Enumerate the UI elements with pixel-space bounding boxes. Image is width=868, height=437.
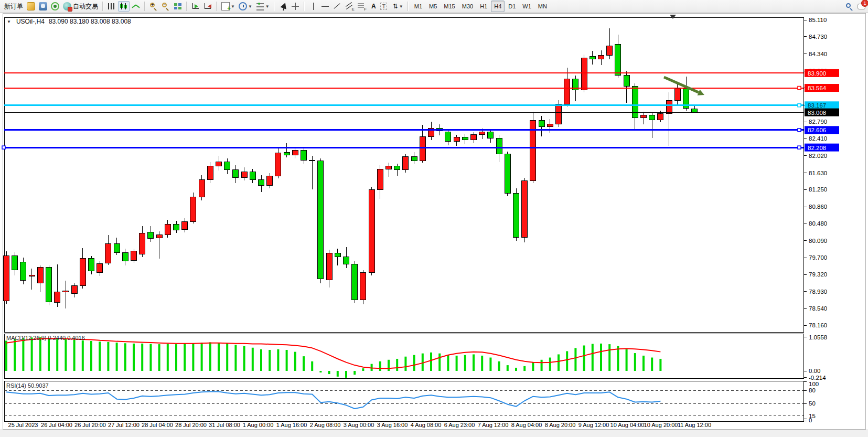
candle-up [37,268,43,283]
candle-down [318,161,324,279]
community-icon[interactable] [37,1,49,12]
time-axis[interactable]: 25 Jul 202326 Jul 04:0026 Jul 20:0027 Ju… [8,422,711,428]
svg-text:1 Aug 00:00: 1 Aug 00:00 [243,422,274,428]
macd-bar [149,344,152,371]
timeframe-button-H4[interactable]: H4 [491,1,505,12]
svg-text:11 Aug 12:00: 11 Aug 12:00 [678,422,711,428]
candle-down [284,152,290,155]
candle-up [641,115,647,118]
metaquotes-icon [27,2,35,10]
line-handle[interactable] [2,146,5,149]
chevron-down-icon[interactable]: ▼ [231,4,235,9]
candle-chart-icon[interactable] [118,1,130,12]
timeframe-button-MN[interactable]: MN [535,1,550,12]
candle-up [666,100,672,113]
chart-window[interactable]: 85.11084.73084.34083.95083.56083.17082.7… [0,13,868,437]
candle-down [615,45,621,76]
macd-bar [260,349,262,371]
candle-up [386,166,392,169]
macd-bar [388,360,390,371]
line-handle[interactable] [798,146,801,149]
macd-bar [464,355,466,371]
candle-down [624,76,629,87]
candle-down [224,162,230,170]
chart-canvas[interactable]: 85.11084.73084.34083.95083.56083.17082.7… [0,13,868,437]
candle-up [190,197,196,222]
timeframe-button-D1[interactable]: D1 [505,1,519,12]
crosshair-icon[interactable] [290,1,301,12]
chevron-down-icon[interactable]: ▼ [248,4,252,9]
zoom-out-icon[interactable]: − [160,1,172,12]
chart-settings-icon [256,2,264,10]
shapes-icon[interactable]: ⇅▼ [390,1,405,12]
vertical-line-icon[interactable] [307,1,319,12]
svg-text:81.250: 81.250 [809,186,827,193]
macd-bar [659,359,661,371]
timeframe-button-M1[interactable]: M1 [411,1,425,12]
macd-bar [234,345,237,371]
symbol-header: ▼ USOil-,H4 83.090 83.180 83.008 83.008 [7,18,131,25]
macd-bar [583,346,585,371]
timeframe-button-M5[interactable]: M5 [426,1,440,12]
timeframe-button-M30[interactable]: M30 [459,1,476,12]
svg-text:83.167: 83.167 [808,102,826,109]
line-handle[interactable] [798,87,801,90]
macd-bar [141,344,143,371]
new-chart-icon[interactable]: ▼ [220,1,237,12]
text-icon[interactable]: A [368,1,378,12]
line-handle[interactable] [798,104,801,107]
toolbar: 新订单自动交易+−▼▼▼EFAT⇅▼ M1M5M15M30H1H4D1W1MN … [0,0,868,13]
timeframe-button-H1[interactable]: H1 [477,1,490,12]
horizontal-line-icon[interactable] [319,1,331,12]
timeframe-button-M15[interactable]: M15 [441,1,458,12]
signals-icon[interactable] [49,1,61,12]
candle-up [97,264,103,273]
macd-bar [523,366,526,371]
candle-down [462,137,468,140]
candle-up [105,243,111,263]
label-icon[interactable]: T [379,1,389,12]
chevron-down-icon[interactable]: ▼ [265,4,270,9]
trendline-icon [333,2,341,10]
line-handle[interactable] [798,129,801,132]
svg-text:26 Jul 20:00: 26 Jul 20:00 [74,422,106,428]
toolbar-separator [304,2,305,11]
svg-text:2 Aug 08:00: 2 Aug 08:00 [310,422,341,428]
macd-bar [371,364,373,371]
tile-windows-icon[interactable] [172,1,184,12]
macd-bar [99,342,101,371]
macd-bar [252,348,254,371]
trendline-icon[interactable] [331,1,343,12]
search-icon[interactable] [843,1,855,12]
macd-bar [175,344,177,371]
candle-down [692,109,698,112]
new-order-button[interactable]: 新订单 [1,1,25,12]
timeframe-button-W1[interactable]: W1 [519,1,534,12]
auto-trading-button[interactable]: 自动交易 [61,1,100,12]
candle-up [420,136,425,161]
chart-settings-icon[interactable]: ▼ [254,1,271,12]
candle-down [309,160,315,161]
auto-scroll-icon[interactable] [190,1,201,12]
candle-down [488,132,494,138]
fibonacci-icon[interactable]: F [356,1,367,12]
chart-shift-icon[interactable] [202,1,213,12]
new-chart-icon [221,2,230,10]
cursor-icon[interactable] [277,1,289,12]
toolbar-separator [274,2,275,11]
svg-text:8 Aug 20:00: 8 Aug 20:00 [545,422,576,428]
collapse-icon[interactable]: ▼ [7,19,11,24]
line-chart-icon[interactable] [130,1,142,12]
candle-up [63,291,69,292]
notifications-icon[interactable]: 1 [855,1,867,12]
profiles-icon[interactable]: ▼ [237,1,254,12]
metaquotes-icon[interactable] [25,1,37,12]
zoom-in-icon[interactable]: + [148,1,159,12]
macd-bar [642,356,645,371]
macd-bar [532,362,534,371]
toolbar-separator [186,2,187,11]
candle-up [241,172,247,178]
channel-icon[interactable]: E [344,1,355,12]
bar-chart-icon[interactable] [106,1,117,12]
chevron-down-icon[interactable]: ▼ [399,4,403,9]
